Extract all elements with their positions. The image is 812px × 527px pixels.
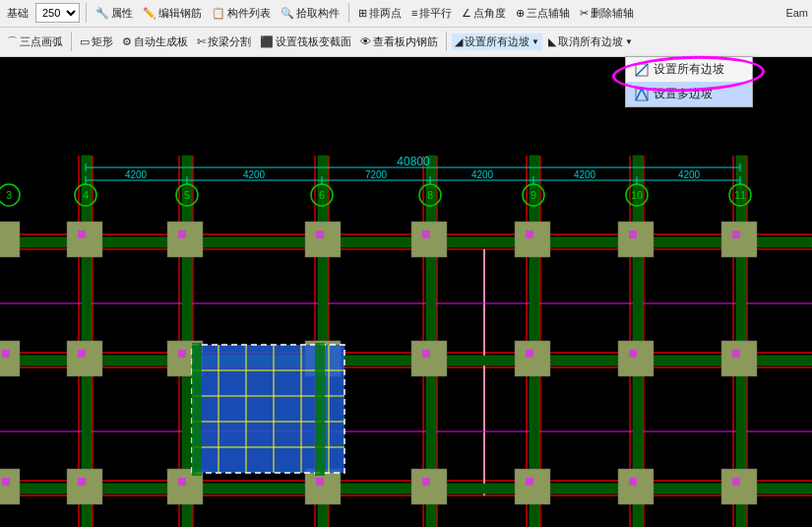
- auto-gen-btn[interactable]: ⚙ 自动生成板: [119, 33, 191, 50]
- svg-rect-81: [629, 478, 637, 486]
- section-icon: ⬛: [260, 35, 274, 48]
- svg-rect-135: [315, 343, 325, 476]
- parallel-icon: ≡: [411, 7, 417, 19]
- pick-component-btn[interactable]: 🔍 拾取构件: [278, 5, 343, 22]
- svg-text:6: 6: [319, 189, 325, 201]
- arrange-two-btn[interactable]: ⊞ 排两点: [355, 5, 405, 22]
- svg-text:7200: 7200: [365, 169, 388, 180]
- arrange-icon: ⊞: [358, 7, 367, 20]
- svg-rect-42: [515, 222, 550, 257]
- svg-rect-84: [2, 478, 10, 486]
- svg-rect-76: [78, 478, 86, 486]
- svg-rect-40: [305, 222, 341, 257]
- view-icon: 👁: [360, 35, 371, 47]
- svg-line-1: [636, 64, 648, 76]
- svg-rect-62: [78, 231, 86, 238]
- svg-rect-80: [526, 478, 533, 486]
- svg-rect-2: [636, 89, 648, 100]
- svg-rect-59: [618, 469, 654, 504]
- svg-rect-52: [721, 341, 757, 376]
- svg-rect-29: [0, 356, 812, 365]
- svg-text:4: 4: [83, 189, 89, 201]
- del-axis-icon: ✂: [580, 7, 589, 20]
- svg-rect-68: [732, 231, 740, 238]
- thickness-select[interactable]: 250 200 300: [35, 3, 80, 23]
- svg-rect-63: [178, 231, 186, 238]
- cancel-slope-icon: ◣: [548, 35, 556, 48]
- svg-rect-77: [178, 478, 186, 486]
- svg-text:4200: 4200: [243, 169, 266, 180]
- svg-text:9: 9: [531, 189, 536, 201]
- multi-slope-icon: [634, 87, 650, 102]
- svg-rect-28: [0, 237, 812, 247]
- rect-icon: ▭: [80, 35, 90, 48]
- del-axis-btn[interactable]: ✂ 删除辅轴: [577, 5, 637, 22]
- point-angle-btn[interactable]: ∠ 点角度: [459, 5, 509, 22]
- view-rebar-btn[interactable]: 👁 查看板内钢筋: [357, 33, 441, 50]
- arrange-parallel-btn[interactable]: ≡ 排平行: [408, 5, 455, 22]
- dropdown-menu: 设置所有边坡 设置多边坡: [625, 56, 753, 107]
- separator4: [446, 32, 447, 51]
- svg-rect-30: [0, 484, 812, 494]
- svg-rect-73: [526, 350, 533, 358]
- svg-text:4200: 4200: [471, 169, 494, 180]
- svg-rect-66: [526, 231, 533, 238]
- svg-text:8: 8: [427, 189, 433, 201]
- svg-text:11: 11: [734, 189, 746, 201]
- split-icon: ✄: [197, 35, 206, 48]
- prop-icon: 🔧: [95, 7, 109, 20]
- set-all-slope-btn[interactable]: ◢ 设置所有边坡 ▼: [452, 33, 542, 50]
- auto-icon: ⚙: [122, 35, 132, 48]
- svg-rect-51: [618, 341, 654, 376]
- cad-canvas[interactable]: 3 4 5 6 8 9 10 11 40800 4200 4200: [0, 57, 812, 527]
- svg-rect-41: [411, 222, 447, 257]
- toolbar-row2: ⌒ 三点画弧 ▭ 矩形 ⚙ 自动生成板 ✄ 按梁分割 ⬛ 设置筏板变截面 👁 查…: [0, 28, 812, 56]
- rect-btn[interactable]: ▭ 矩形: [77, 33, 116, 50]
- svg-rect-38: [67, 222, 102, 257]
- dropdown-item-all-slope[interactable]: 设置所有边坡: [626, 57, 752, 82]
- svg-text:4200: 4200: [125, 169, 148, 180]
- svg-text:5: 5: [184, 189, 190, 201]
- cancel-all-slope-btn[interactable]: ◣ 取消所有边坡 ▼: [545, 33, 636, 50]
- cad-drawing: 3 4 5 6 8 9 10 11 40800 4200 4200: [0, 57, 812, 527]
- angle-icon: ∠: [462, 7, 471, 20]
- pick-icon: 🔍: [281, 7, 294, 20]
- toolbar-base-label: 基础: [4, 5, 31, 22]
- svg-text:40800: 40800: [397, 155, 430, 168]
- svg-rect-79: [422, 478, 430, 486]
- dropdown-item-multi-slope[interactable]: 设置多边坡: [626, 82, 752, 106]
- svg-rect-72: [422, 350, 430, 358]
- svg-line-4: [642, 89, 648, 100]
- svg-rect-46: [67, 341, 102, 376]
- slope-all-icon: ◢: [455, 35, 463, 48]
- svg-rect-54: [67, 469, 102, 504]
- svg-text:3: 3: [6, 189, 12, 201]
- set-section-btn[interactable]: ⬛ 设置筏板变截面: [257, 33, 354, 50]
- svg-rect-70: [178, 350, 186, 358]
- svg-rect-39: [167, 222, 203, 257]
- component-list-btn[interactable]: 📋 构件列表: [209, 5, 274, 22]
- svg-rect-44: [721, 222, 757, 257]
- svg-rect-82: [732, 478, 740, 486]
- svg-rect-60: [721, 469, 757, 504]
- svg-text:4200: 4200: [574, 169, 596, 180]
- three-axis-btn[interactable]: ⊕ 三点辅轴: [513, 5, 573, 22]
- separator3: [71, 32, 72, 51]
- arc-icon: ⌒: [7, 34, 18, 49]
- svg-rect-83: [2, 350, 10, 358]
- split-beam-btn[interactable]: ✄ 按梁分割: [194, 33, 254, 50]
- svg-rect-64: [316, 231, 324, 238]
- slope-icon: [634, 62, 650, 78]
- svg-rect-61: [0, 469, 20, 504]
- edit-rebar-btn[interactable]: ✏️ 编辑钢筋: [140, 5, 205, 22]
- svg-rect-45: [0, 222, 20, 257]
- three-axis-icon: ⊕: [516, 7, 525, 20]
- svg-rect-75: [732, 350, 740, 358]
- svg-rect-67: [629, 231, 637, 238]
- three-arc-btn[interactable]: ⌒ 三点画弧: [4, 33, 66, 50]
- svg-rect-58: [515, 469, 550, 504]
- svg-line-3: [636, 89, 642, 100]
- toolbar-row1: 基础 250 200 300 🔧 属性 ✏️ 编辑钢筋 📋 构件列表 🔍 拾取构…: [0, 0, 812, 28]
- properties-btn[interactable]: 🔧 属性: [93, 5, 136, 22]
- svg-rect-43: [618, 222, 654, 257]
